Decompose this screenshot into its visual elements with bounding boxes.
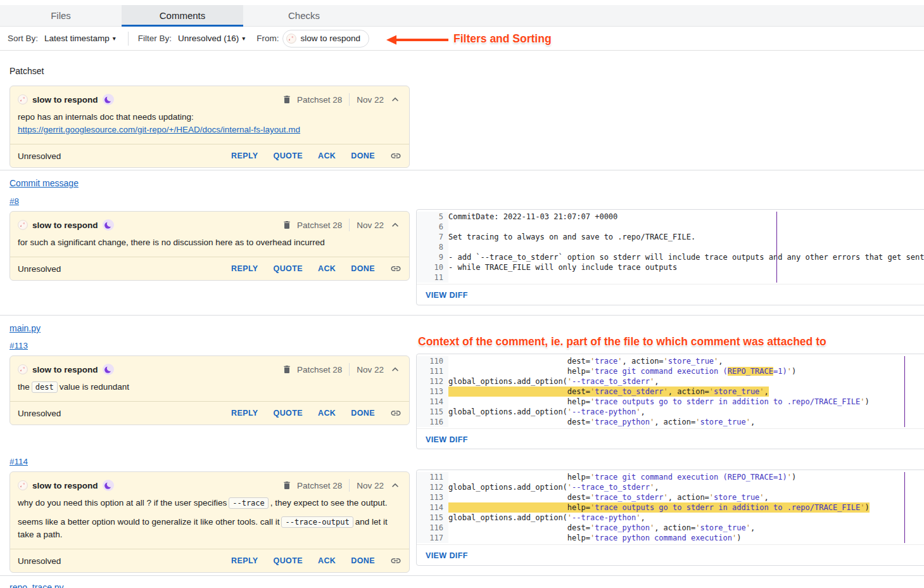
- copy-link-button[interactable]: [390, 150, 402, 162]
- diff-line-text: help='trace git command execution (REPO_…: [448, 472, 796, 482]
- from-filter-chip[interactable]: slow to respond: [282, 30, 369, 48]
- diff-line: 114 help='trace outputs go to stderr in …: [417, 397, 924, 407]
- comment-header-meta: Patchset 28Nov 22: [282, 93, 402, 106]
- anchor-link-8[interactable]: #8: [9, 196, 19, 206]
- diff-line: 113 dest='trace_to_stderr', action='stor…: [417, 387, 924, 397]
- annotation-context: Context of the comment, ie. part of the …: [418, 335, 826, 348]
- comment-card-patchset: slow to respondPatchset 28Nov 22repo has…: [9, 86, 410, 168]
- line-number: 116: [417, 417, 448, 427]
- link-icon: [390, 263, 402, 274]
- diff-line: 6: [417, 222, 924, 232]
- done-button[interactable]: DONE: [351, 151, 375, 160]
- diff-context-113: 110 dest='trace', action='store_true',11…: [416, 354, 924, 449]
- done-button[interactable]: DONE: [351, 264, 375, 273]
- file-link-repo-trace-py[interactable]: repo_trace.py: [9, 582, 64, 588]
- comment-date: Nov 22: [357, 365, 384, 374]
- diff-line-text: - add `--trace_to_stderr` option so stde…: [448, 252, 924, 262]
- ack-button[interactable]: ACK: [318, 264, 336, 273]
- tab-files[interactable]: Files: [0, 5, 122, 26]
- view-diff-button[interactable]: VIEW DIFF: [426, 435, 468, 444]
- divider: [349, 219, 350, 231]
- crescent-moon-icon: [104, 482, 112, 489]
- diff-context-114: 111 help='trace git command execution (R…: [416, 470, 924, 566]
- comment-author: slow to respond: [32, 481, 98, 490]
- comment-actions: REPLYQUOTEACKDONE: [231, 555, 402, 566]
- tab-checks[interactable]: Checks: [243, 5, 365, 26]
- file-link-commit-message[interactable]: Commit message: [9, 178, 79, 188]
- comment-date: Nov 22: [357, 220, 384, 230]
- copy-link-button[interactable]: [390, 263, 402, 274]
- delete-comment-button[interactable]: [282, 480, 292, 490]
- collapse-comment-button[interactable]: [389, 219, 402, 231]
- annotation-arrow: [385, 34, 450, 46]
- unresolved-status: Unresolved: [18, 264, 61, 274]
- chevron-up-icon: [389, 479, 402, 492]
- file-link-main-py[interactable]: main.py: [9, 323, 41, 333]
- copy-link-button[interactable]: [390, 407, 402, 419]
- diff-line: 5CommitDate: 2022-11-03 21:07:07 +0000: [417, 212, 924, 222]
- tab-comments[interactable]: Comments: [122, 5, 243, 26]
- diff-line: 8: [417, 242, 924, 252]
- diff-line: 10- while TRACE_FILE will only include t…: [417, 262, 924, 272]
- line-number: 8: [417, 242, 448, 252]
- delete-comment-button[interactable]: [282, 220, 292, 230]
- done-button[interactable]: DONE: [351, 409, 375, 418]
- diff-line: 9- add `--trace_to_stderr` option so std…: [417, 252, 924, 262]
- patchset-label: Patchset 28: [297, 95, 342, 105]
- line-number: 110: [417, 356, 448, 366]
- comment-footer: UnresolvedREPLYQUOTEACKDONE: [10, 144, 409, 167]
- unresolved-status: Unresolved: [18, 556, 61, 566]
- quote-button[interactable]: QUOTE: [274, 264, 303, 273]
- quote-button[interactable]: QUOTE: [274, 151, 303, 160]
- tab-label: Files: [51, 10, 71, 21]
- view-diff-button[interactable]: VIEW DIFF: [426, 551, 468, 560]
- done-button[interactable]: DONE: [351, 556, 375, 565]
- avatar: [18, 94, 28, 105]
- line-number: 113: [417, 387, 448, 397]
- diff-context-commit-message: 5CommitDate: 2022-11-03 21:07:07 +000067…: [416, 209, 924, 305]
- ack-button[interactable]: ACK: [318, 151, 336, 160]
- margin-line: [776, 212, 777, 283]
- anchor-link-114[interactable]: #114: [9, 457, 28, 466]
- chevron-up-icon: [389, 219, 402, 231]
- chevron-up-icon: [389, 93, 402, 106]
- moon-status-icon: [103, 480, 114, 491]
- copy-link-button[interactable]: [390, 555, 402, 566]
- reply-button[interactable]: REPLY: [231, 151, 258, 160]
- diff-footer: VIEW DIFF: [417, 284, 924, 305]
- inline-code: --trace: [229, 497, 269, 509]
- line-number: 10: [417, 262, 448, 272]
- collapse-comment-button[interactable]: [389, 363, 402, 376]
- avatar: [18, 480, 28, 490]
- link-icon: [390, 407, 402, 419]
- view-diff-button[interactable]: VIEW DIFF: [426, 291, 468, 300]
- collapse-comment-button[interactable]: [389, 93, 402, 106]
- comment-header-meta: Patchset 28Nov 22: [282, 219, 402, 231]
- from-label: From:: [256, 34, 279, 43]
- moon-status-icon: [103, 364, 114, 375]
- anchor-link-113[interactable]: #113: [9, 341, 28, 350]
- diff-line: 116 dest='trace_python', action='store_t…: [417, 417, 924, 427]
- quote-button[interactable]: QUOTE: [274, 556, 303, 565]
- ack-button[interactable]: ACK: [318, 556, 336, 565]
- filter-by-dropdown[interactable]: Unresolved (16) ▾: [175, 32, 248, 44]
- delete-comment-button[interactable]: [282, 364, 292, 374]
- reply-button[interactable]: REPLY: [231, 409, 258, 418]
- comment-link[interactable]: https://gerrit.googlesource.com/git-repo…: [18, 125, 300, 134]
- collapse-comment-button[interactable]: [389, 479, 402, 492]
- quote-button[interactable]: QUOTE: [274, 409, 303, 418]
- margin-line: [904, 356, 905, 427]
- diff-line-text: dest='trace_python', action='store_true'…: [448, 523, 755, 533]
- comment-author: slow to respond: [32, 220, 98, 230]
- ack-button[interactable]: ACK: [318, 409, 336, 418]
- trash-icon: [282, 364, 292, 374]
- link-icon: [390, 150, 402, 162]
- diff-line-text: dest='trace_python', action='store_true'…: [448, 417, 755, 427]
- sort-by-dropdown[interactable]: Latest timestamp ▾: [42, 32, 118, 44]
- delete-comment-button[interactable]: [282, 94, 292, 105]
- comment-body: why do you need this option at all ? if …: [10, 492, 409, 549]
- reply-button[interactable]: REPLY: [231, 556, 258, 565]
- reply-button[interactable]: REPLY: [231, 264, 258, 273]
- comment-paragraph: thedestvalue is redundant: [18, 381, 402, 393]
- comment-date: Nov 22: [357, 95, 384, 105]
